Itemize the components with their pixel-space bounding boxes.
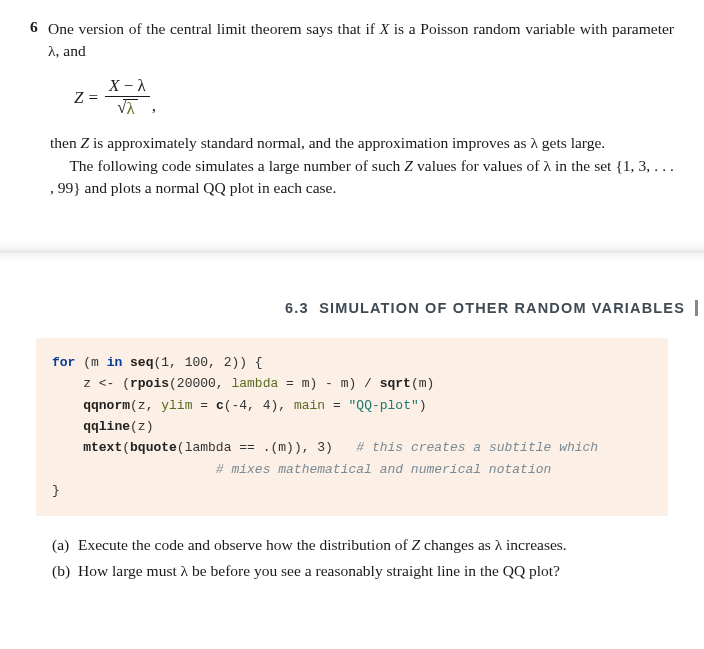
sqrt-args: (m) <box>411 376 434 391</box>
var-Z-2: Z <box>404 157 413 174</box>
arg-main: main <box>294 398 325 413</box>
section-header-wrap: 6.3 SIMULATION OF OTHER RANDOM VARIABLES <box>0 290 704 332</box>
comment-2: # mixes mathematical and numerical notat… <box>52 462 551 477</box>
part-a: (a) Execute the code and observe how the… <box>52 534 668 556</box>
arg-ylim: ylim <box>161 398 192 413</box>
fn-rpois: rpois <box>130 376 169 391</box>
para2-a: then <box>50 134 81 151</box>
formula-Z: Z <box>74 88 83 108</box>
formula-fraction: X − λ √λ <box>105 77 150 118</box>
main-eq: = <box>325 398 348 413</box>
part-a-text: Execute the code and observe how the dis… <box>78 534 668 556</box>
para1-a: One version of the central limit theorem… <box>48 20 380 37</box>
part-a-text-2: changes as λ increases. <box>420 536 567 553</box>
ylim-eq: = <box>192 398 215 413</box>
bquote-args: (lambda == .(m)), 3) <box>177 440 333 455</box>
page: 6 One version of the central limit theor… <box>0 0 704 607</box>
close-paren-1: ) <box>419 398 427 413</box>
close-brace: } <box>52 483 60 498</box>
problem-body-2: then Z is approximately standard normal,… <box>30 132 674 199</box>
parts-list: (a) Execute the code and observe how the… <box>0 534 704 607</box>
part-b: (b) How large must λ be before you see a… <box>52 560 668 582</box>
page-break <box>0 210 704 290</box>
fn-seq: seq <box>130 355 153 370</box>
part-a-label: (a) <box>52 534 78 556</box>
formula-eq: = <box>83 88 103 108</box>
fn-qqline: qqline <box>83 419 130 434</box>
var-X: X <box>380 20 389 37</box>
problem-head: 6 One version of the central limit theor… <box>30 18 674 63</box>
sqrt-arg: λ <box>123 99 137 119</box>
formula: Z = X − λ √λ , <box>30 63 674 132</box>
qqnorm-open: (z, <box>130 398 161 413</box>
sqrt: √λ <box>117 99 138 119</box>
section-header: 6.3 SIMULATION OF OTHER RANDOM VARIABLES <box>285 300 698 316</box>
rpois-close: = m) - m) / <box>278 376 379 391</box>
fn-qqnorm: qqnorm <box>83 398 130 413</box>
code-block: for (m in seq(1, 100, 2)) { z <- (rpois(… <box>36 338 668 516</box>
section-title: SIMULATION OF OTHER RANDOM VARIABLES <box>319 300 685 316</box>
code-l1-open: (m <box>75 355 106 370</box>
frac-top: X − λ <box>105 77 150 97</box>
problem-block: 6 One version of the central limit theor… <box>0 0 704 210</box>
rpois-open: (20000, <box>169 376 231 391</box>
section-number: 6.3 <box>285 300 309 316</box>
problem-body: One version of the central limit theorem… <box>48 18 674 63</box>
l5-indent <box>52 440 83 455</box>
problem-number: 6 <box>30 18 48 63</box>
var-Z-3: Z <box>412 536 421 553</box>
seq-args: (1, 100, 2)) { <box>153 355 262 370</box>
l2-assign: z <- ( <box>52 376 130 391</box>
part-b-text: How large must λ be before you see a rea… <box>78 560 668 582</box>
kw-for: for <box>52 355 75 370</box>
l3-indent <box>52 398 83 413</box>
c-args: (-4, 4), <box>224 398 294 413</box>
part-a-text-1: Execute the code and observe how the dis… <box>78 536 412 553</box>
para3: The following code simulates a large num… <box>50 155 674 200</box>
para2-b: is approximately standard normal, and th… <box>89 134 605 151</box>
para3-a: The following code simulates a large num… <box>69 157 404 174</box>
frac-bot: √λ <box>113 97 142 119</box>
qqline-args: (z) <box>130 419 153 434</box>
fn-bquote: bquote <box>130 440 177 455</box>
part-b-label: (b) <box>52 560 78 582</box>
frac-X: X <box>109 76 119 95</box>
kw-in: in <box>107 355 123 370</box>
l4-indent <box>52 419 83 434</box>
arg-lambda: lambda <box>231 376 278 391</box>
fn-sqrt: sqrt <box>380 376 411 391</box>
fn-c: c <box>216 398 224 413</box>
mtext-open: ( <box>122 440 130 455</box>
str-qqplot: "QQ-plot" <box>349 398 419 413</box>
fn-mtext: mtext <box>83 440 122 455</box>
frac-minus-lambda: − λ <box>119 76 145 95</box>
comment-1: # this creates a subtitle which <box>333 440 598 455</box>
var-Z-1: Z <box>81 134 90 151</box>
formula-comma: , <box>152 96 156 118</box>
